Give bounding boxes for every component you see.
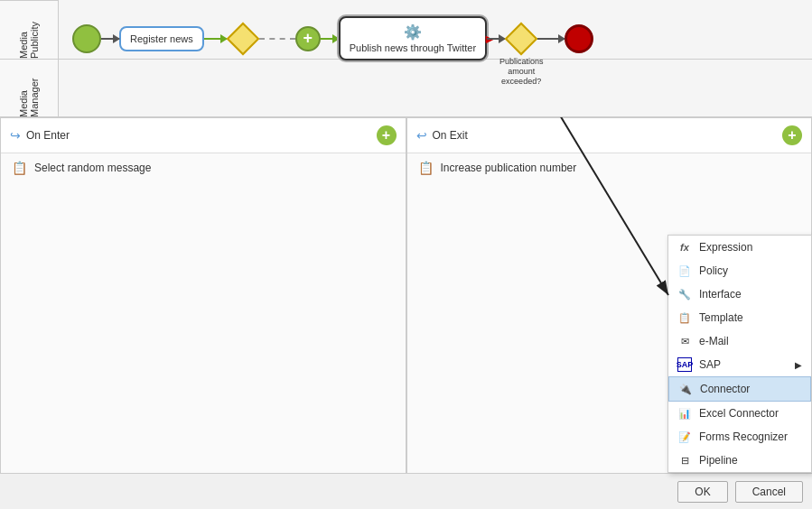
on-enter-title-row: ↪ On Enter: [10, 128, 70, 143]
node-register-news[interactable]: Register news: [119, 26, 204, 51]
lane-media-manager: Media Manager: [0, 59, 58, 117]
policy-icon: 📄: [677, 264, 692, 278]
on-enter-header: ↪ On Enter +: [1, 118, 406, 153]
menu-expression-label: Expression: [699, 241, 752, 254]
flow-connector-4: [487, 38, 505, 40]
publish-icon: ⚙️: [350, 23, 476, 41]
menu-forms-label: Forms Recognizer: [699, 430, 788, 443]
menu-item-forms-recognizer[interactable]: 📝 Forms Recognizer: [668, 425, 811, 449]
sap-arrow-icon: ▶: [795, 360, 802, 370]
gateway-node-1[interactable]: [227, 23, 259, 55]
context-menu: fx Expression 📄 Policy 🔧 Interface 📋 Tem…: [667, 235, 812, 473]
template-icon: 📋: [677, 310, 692, 325]
on-exit-add-button[interactable]: +: [782, 125, 802, 145]
footer: OK Cancel: [0, 473, 812, 509]
on-exit-icon: ↩: [416, 128, 427, 143]
menu-item-email[interactable]: ✉ e-Mail: [668, 329, 811, 353]
menu-item-expression[interactable]: fx Expression: [668, 236, 811, 259]
plus-button[interactable]: +: [295, 26, 321, 51]
dashed-connector: [259, 38, 295, 40]
node-start[interactable]: [72, 24, 101, 53]
flow-connector-3: [321, 38, 339, 40]
menu-email-label: e-Mail: [699, 335, 729, 347]
flow-connector-2: [204, 38, 227, 40]
menu-template-label: Template: [699, 311, 743, 324]
main-container: Media Publicity Media Manager Register n…: [0, 0, 812, 509]
bottom-panel: ↪ On Enter + 📋 Select random message ↩ O…: [0, 117, 812, 509]
interface-icon: 🔧: [677, 287, 692, 301]
on-exit-label: On Exit: [433, 129, 468, 142]
menu-policy-label: Policy: [699, 264, 728, 277]
on-enter-item-1: 📋 Select random message: [1, 153, 406, 182]
gateway-node-2[interactable]: Publications amount exceeded?: [505, 23, 537, 55]
menu-item-connector[interactable]: 🔌 Connector: [668, 376, 811, 402]
menu-sap-label: SAP: [699, 358, 721, 371]
email-icon: ✉: [677, 334, 692, 348]
menu-interface-label: Interface: [699, 288, 742, 301]
on-exit-header: ↩ On Exit +: [407, 118, 812, 153]
gateway-label: Publications amount exceeded?: [490, 57, 553, 86]
lane-labels: Media Publicity Media Manager: [0, 0, 59, 117]
connector-icon: 🔌: [678, 382, 693, 396]
on-enter-item-label: Select random message: [34, 162, 151, 174]
node-end: [565, 24, 593, 53]
on-enter-add-button[interactable]: +: [377, 125, 397, 145]
ok-button[interactable]: OK: [677, 481, 727, 503]
cancel-button[interactable]: Cancel: [735, 481, 803, 503]
on-exit-item-label: Increase publication number: [441, 162, 577, 174]
pipeline-icon: ⊟: [677, 453, 692, 467]
expression-icon: fx: [677, 240, 692, 255]
register-news-label: Register news: [130, 33, 193, 44]
menu-item-policy[interactable]: 📄 Policy: [668, 259, 811, 282]
on-exit-item-1: 📋 Increase publication number: [407, 153, 812, 182]
publish-twitter-label: Publish news through Twitter: [350, 42, 476, 53]
menu-item-template[interactable]: 📋 Template: [668, 306, 811, 329]
on-exit-item-icon: 📋: [418, 161, 434, 175]
workflow-top-row: Register news + ⚙️ Publish news through …: [72, 16, 593, 60]
node-publish-twitter[interactable]: ⚙️ Publish news through Twitter ►: [339, 16, 487, 60]
menu-item-sap[interactable]: SAP SAP ▶: [668, 353, 811, 376]
on-exit-title-row: ↩ On Exit: [416, 128, 468, 143]
lane-media-publicity: Media Publicity: [0, 0, 58, 59]
flow-connector-5: [537, 38, 565, 40]
menu-item-excel-connector[interactable]: 📊 Excel Connector: [668, 402, 811, 425]
sap-icon: SAP: [677, 357, 692, 372]
flow-connector-1: [101, 38, 119, 40]
menu-item-interface[interactable]: 🔧 Interface: [668, 282, 811, 306]
on-enter-panel: ↪ On Enter + 📋 Select random message: [0, 117, 406, 509]
workflow-area: Media Publicity Media Manager Register n…: [0, 0, 812, 117]
menu-excel-label: Excel Connector: [699, 407, 779, 420]
on-enter-item-icon: 📋: [12, 161, 27, 175]
forms-icon: 📝: [677, 430, 692, 444]
on-enter-label: On Enter: [26, 129, 70, 142]
excel-icon: 📊: [677, 406, 692, 421]
menu-item-pipeline[interactable]: ⊟ Pipeline: [668, 449, 811, 472]
on-enter-icon: ↪: [10, 128, 21, 143]
menu-connector-label: Connector: [700, 383, 750, 395]
menu-pipeline-label: Pipeline: [699, 454, 738, 467]
